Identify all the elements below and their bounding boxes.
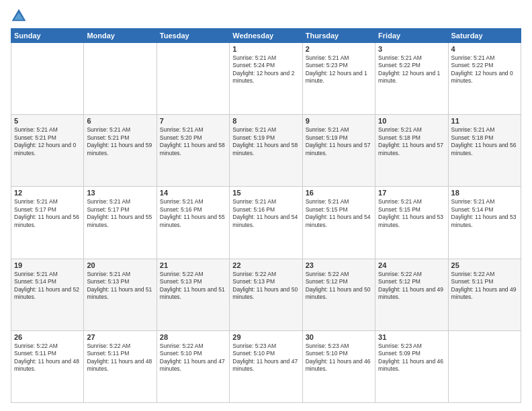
- calendar-cell: 10Sunrise: 5:21 AMSunset: 5:18 PMDayligh…: [375, 115, 448, 187]
- day-info: Sunrise: 5:21 AMSunset: 5:22 PMDaylight:…: [378, 54, 445, 85]
- calendar-cell: 26Sunrise: 5:22 AMSunset: 5:11 PMDayligh…: [11, 330, 84, 402]
- logo-icon: [11, 8, 27, 24]
- day-number: 9: [306, 117, 372, 125]
- calendar-cell: 3Sunrise: 5:21 AMSunset: 5:22 PMDaylight…: [375, 43, 448, 115]
- day-info: Sunrise: 5:21 AMSunset: 5:19 PMDaylight:…: [232, 126, 299, 157]
- calendar-cell: [157, 43, 229, 115]
- day-number: 25: [451, 261, 518, 269]
- header: [11, 8, 521, 24]
- day-number: 4: [451, 45, 518, 53]
- day-info: Sunrise: 5:21 AMSunset: 5:20 PMDaylight:…: [160, 126, 226, 157]
- calendar-cell: 31Sunrise: 5:23 AMSunset: 5:09 PMDayligh…: [375, 330, 448, 402]
- day-info: Sunrise: 5:21 AMSunset: 5:23 PMDaylight:…: [306, 54, 372, 85]
- calendar-cell: 8Sunrise: 5:21 AMSunset: 5:19 PMDaylight…: [230, 115, 302, 187]
- day-number: 2: [306, 45, 372, 53]
- calendar-cell: 22Sunrise: 5:22 AMSunset: 5:13 PMDayligh…: [230, 259, 302, 330]
- day-info: Sunrise: 5:21 AMSunset: 5:14 PMDaylight:…: [451, 198, 518, 229]
- calendar-cell: 25Sunrise: 5:22 AMSunset: 5:11 PMDayligh…: [448, 259, 521, 330]
- calendar-cell: 16Sunrise: 5:21 AMSunset: 5:15 PMDayligh…: [302, 187, 375, 259]
- weekday-header: Saturday: [448, 29, 521, 43]
- calendar-week-row: 12Sunrise: 5:21 AMSunset: 5:17 PMDayligh…: [11, 187, 521, 259]
- weekday-row: SundayMondayTuesdayWednesdayThursdayFrid…: [11, 29, 521, 43]
- day-info: Sunrise: 5:22 AMSunset: 5:11 PMDaylight:…: [87, 342, 153, 373]
- day-info: Sunrise: 5:22 AMSunset: 5:13 PMDaylight:…: [160, 271, 226, 302]
- day-info: Sunrise: 5:23 AMSunset: 5:09 PMDaylight:…: [378, 342, 445, 373]
- day-info: Sunrise: 5:21 AMSunset: 5:16 PMDaylight:…: [232, 198, 299, 229]
- calendar-cell: 6Sunrise: 5:21 AMSunset: 5:21 PMDaylight…: [84, 115, 157, 187]
- day-number: 12: [14, 189, 81, 197]
- day-number: 11: [451, 117, 518, 125]
- calendar-cell: 1Sunrise: 5:21 AMSunset: 5:24 PMDaylight…: [230, 43, 302, 115]
- calendar-week-row: 5Sunrise: 5:21 AMSunset: 5:21 PMDaylight…: [11, 115, 521, 187]
- day-number: 27: [87, 333, 153, 341]
- weekday-header: Thursday: [302, 29, 375, 43]
- day-number: 14: [160, 189, 226, 197]
- calendar-cell: 17Sunrise: 5:21 AMSunset: 5:15 PMDayligh…: [375, 187, 448, 259]
- day-info: Sunrise: 5:21 AMSunset: 5:15 PMDaylight:…: [306, 198, 372, 229]
- day-info: Sunrise: 5:21 AMSunset: 5:13 PMDaylight:…: [87, 271, 153, 302]
- day-number: 28: [160, 333, 226, 341]
- calendar-cell: 23Sunrise: 5:22 AMSunset: 5:12 PMDayligh…: [302, 259, 375, 330]
- weekday-header: Tuesday: [157, 29, 229, 43]
- calendar-cell: [84, 43, 157, 115]
- calendar-header: SundayMondayTuesdayWednesdayThursdayFrid…: [11, 29, 521, 43]
- calendar-cell: 30Sunrise: 5:23 AMSunset: 5:10 PMDayligh…: [302, 330, 375, 402]
- calendar-cell: [448, 330, 521, 402]
- calendar-week-row: 19Sunrise: 5:21 AMSunset: 5:14 PMDayligh…: [11, 259, 521, 330]
- calendar-cell: 20Sunrise: 5:21 AMSunset: 5:13 PMDayligh…: [84, 259, 157, 330]
- day-number: 20: [87, 261, 153, 269]
- day-number: 19: [14, 261, 81, 269]
- day-info: Sunrise: 5:21 AMSunset: 5:22 PMDaylight:…: [451, 54, 518, 85]
- day-number: 21: [160, 261, 226, 269]
- day-info: Sunrise: 5:22 AMSunset: 5:11 PMDaylight:…: [14, 342, 81, 373]
- day-number: 15: [232, 189, 299, 197]
- day-info: Sunrise: 5:21 AMSunset: 5:19 PMDaylight:…: [306, 126, 372, 157]
- day-number: 5: [14, 117, 81, 125]
- day-info: Sunrise: 5:21 AMSunset: 5:17 PMDaylight:…: [87, 198, 153, 229]
- calendar-cell: 19Sunrise: 5:21 AMSunset: 5:14 PMDayligh…: [11, 259, 84, 330]
- calendar-cell: 14Sunrise: 5:21 AMSunset: 5:16 PMDayligh…: [157, 187, 229, 259]
- calendar-week-row: 1Sunrise: 5:21 AMSunset: 5:24 PMDaylight…: [11, 43, 521, 115]
- calendar-cell: 15Sunrise: 5:21 AMSunset: 5:16 PMDayligh…: [230, 187, 302, 259]
- calendar-cell: 29Sunrise: 5:23 AMSunset: 5:10 PMDayligh…: [230, 330, 302, 402]
- day-number: 23: [306, 261, 372, 269]
- weekday-header: Sunday: [11, 29, 84, 43]
- calendar-cell: 5Sunrise: 5:21 AMSunset: 5:21 PMDaylight…: [11, 115, 84, 187]
- day-info: Sunrise: 5:21 AMSunset: 5:18 PMDaylight:…: [378, 126, 445, 157]
- weekday-header: Wednesday: [230, 29, 302, 43]
- page: SundayMondayTuesdayWednesdayThursdayFrid…: [0, 0, 532, 411]
- day-number: 31: [378, 333, 445, 341]
- day-info: Sunrise: 5:22 AMSunset: 5:13 PMDaylight:…: [232, 271, 299, 302]
- day-number: 17: [378, 189, 445, 197]
- calendar-cell: 2Sunrise: 5:21 AMSunset: 5:23 PMDaylight…: [302, 43, 375, 115]
- day-number: 22: [232, 261, 299, 269]
- calendar-cell: 7Sunrise: 5:21 AMSunset: 5:20 PMDaylight…: [157, 115, 229, 187]
- calendar-week-row: 26Sunrise: 5:22 AMSunset: 5:11 PMDayligh…: [11, 330, 521, 402]
- day-info: Sunrise: 5:21 AMSunset: 5:15 PMDaylight:…: [378, 198, 445, 229]
- day-info: Sunrise: 5:22 AMSunset: 5:10 PMDaylight:…: [160, 342, 226, 373]
- day-info: Sunrise: 5:21 AMSunset: 5:21 PMDaylight:…: [87, 126, 153, 157]
- day-info: Sunrise: 5:21 AMSunset: 5:16 PMDaylight:…: [160, 198, 226, 229]
- calendar-cell: 12Sunrise: 5:21 AMSunset: 5:17 PMDayligh…: [11, 187, 84, 259]
- day-number: 30: [306, 333, 372, 341]
- day-number: 18: [451, 189, 518, 197]
- day-info: Sunrise: 5:21 AMSunset: 5:18 PMDaylight:…: [451, 126, 518, 157]
- day-number: 7: [160, 117, 226, 125]
- calendar-cell: 24Sunrise: 5:22 AMSunset: 5:12 PMDayligh…: [375, 259, 448, 330]
- day-number: 29: [232, 333, 299, 341]
- day-number: 26: [14, 333, 81, 341]
- day-number: 16: [306, 189, 372, 197]
- calendar-cell: 27Sunrise: 5:22 AMSunset: 5:11 PMDayligh…: [84, 330, 157, 402]
- calendar-cell: [11, 43, 84, 115]
- calendar-cell: 18Sunrise: 5:21 AMSunset: 5:14 PMDayligh…: [448, 187, 521, 259]
- calendar-cell: 4Sunrise: 5:21 AMSunset: 5:22 PMDaylight…: [448, 43, 521, 115]
- day-number: 24: [378, 261, 445, 269]
- calendar-cell: 28Sunrise: 5:22 AMSunset: 5:10 PMDayligh…: [157, 330, 229, 402]
- calendar-cell: 13Sunrise: 5:21 AMSunset: 5:17 PMDayligh…: [84, 187, 157, 259]
- day-info: Sunrise: 5:23 AMSunset: 5:10 PMDaylight:…: [232, 342, 299, 373]
- day-number: 1: [232, 45, 299, 53]
- day-number: 8: [232, 117, 299, 125]
- calendar-body: 1Sunrise: 5:21 AMSunset: 5:24 PMDaylight…: [11, 43, 521, 403]
- day-number: 3: [378, 45, 445, 53]
- day-number: 10: [378, 117, 445, 125]
